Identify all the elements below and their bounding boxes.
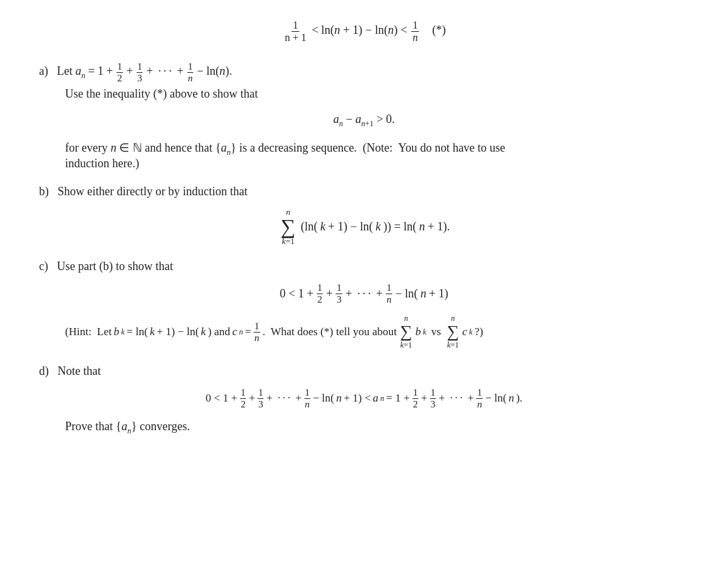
sum-bk: n ∑ k=1: [400, 314, 412, 350]
part-a-induction: induction here.): [65, 157, 689, 171]
d-frac-1-n-second: 1n: [476, 387, 483, 409]
part-c-hint: (Hint: Let bk = ln(k + 1) − ln(k) and cn…: [65, 314, 689, 350]
part-c-formula: 0 < 1 + 12 + 13 + · · · + 1n − ln(n + 1): [39, 282, 689, 305]
part-a-use-inequality: Use the inequality (*) above to show tha…: [65, 87, 689, 101]
part-b: b) Show either directly or by induction …: [39, 185, 689, 245]
part-d-prove: Prove that {an} converges.: [65, 420, 689, 436]
top-inequality: 1 n + 1 < ln(n + 1) − ln(n) < 1 n (*): [39, 20, 689, 43]
part-a: a) Let an = 1 + 12 + 13 + · · · + 1n − l…: [39, 61, 689, 171]
part-c-label: c) Use part (b) to show that: [39, 260, 689, 273]
part-d: d) Note that 0 < 1 + 12 + 13 + · · · + 1…: [39, 364, 689, 436]
frac-1-over-n: 1 n: [411, 20, 419, 43]
inline-frac-1-2: 12: [116, 61, 123, 83]
top-frac: 1 n + 1: [282, 23, 312, 36]
hint-frac-1-n: 1n: [254, 321, 260, 343]
d-frac-1-3: 13: [258, 387, 264, 409]
c-frac-1-3: 13: [336, 282, 342, 305]
inline-frac-1-3: 13: [137, 61, 143, 83]
d-frac-1-3-b: 13: [430, 387, 437, 409]
part-a-for-every: for every n ∈ ℕ and hence that {an} is a…: [65, 141, 689, 157]
d-frac-1-2: 12: [240, 387, 247, 409]
part-d-formula: 0 < 1 + 12 + 13 + · · · + 1n − ln(n + 1)…: [39, 387, 689, 409]
part-c: c) Use part (b) to show that 0 < 1 + 12 …: [39, 260, 689, 350]
d-frac-1-n-first: 1n: [304, 387, 311, 409]
inline-frac-1-n: 1n: [187, 61, 194, 83]
part-b-formula: n ∑ k=1 (ln(k + 1) − ln(k)) = ln(n + 1).: [39, 208, 689, 245]
part-b-label: b) Show either directly or by induction …: [39, 185, 689, 198]
page-content: 1 n + 1 < ln(n + 1) − ln(n) < 1 n (*) a)…: [39, 20, 689, 436]
c-frac-1-n: 1n: [386, 282, 392, 305]
part-d-label: d) Note that: [39, 364, 689, 378]
frac-1-over-n+1: 1 n + 1: [284, 20, 308, 43]
c-frac-1-2: 12: [317, 282, 323, 305]
d-frac-1-2-b: 12: [412, 387, 419, 409]
sum-ck: n ∑ k=1: [447, 314, 459, 350]
part-a-centered-formula: an − an+1 > 0.: [39, 113, 689, 129]
sum-symbol-b: n ∑ k=1: [281, 208, 296, 245]
part-a-label: a) Let an = 1 + 12 + 13 + · · · + 1n − l…: [39, 61, 689, 83]
